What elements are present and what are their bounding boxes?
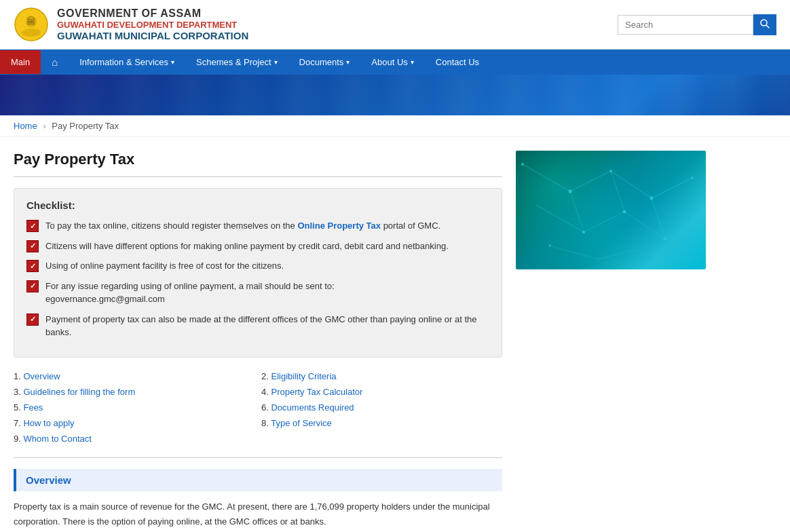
link-item-guidelines: 3. Guidelines for filling the form (14, 387, 255, 397)
nav-item-contact[interactable]: Contact Us (425, 50, 490, 74)
network-overlay (516, 151, 706, 269)
svg-text:🏛: 🏛 (26, 16, 36, 26)
header-text: GOVERNMENT OF ASSAM GUWAHATI DEVELOPMENT… (57, 7, 248, 41)
svg-point-2 (22, 28, 41, 37)
how-to-apply-link[interactable]: How to apply (23, 418, 74, 428)
type-of-service-link[interactable]: Type of Service (271, 418, 332, 428)
breadcrumb-current: Pay Property Tax (52, 121, 119, 131)
checkbox-checked-icon (26, 314, 39, 326)
links-divider (14, 457, 502, 458)
caret-icon: ▾ (171, 58, 174, 66)
overview-link[interactable]: Overview (23, 371, 60, 381)
checklist-item-text: Citizens will have different options for… (45, 240, 449, 253)
checklist-item-text: To pay the tax online, citizens should r… (45, 219, 440, 233)
links-grid: 1. Overview 2. Eligibility Criteria 3. G… (14, 371, 502, 444)
guidelines-link[interactable]: Guidelines for filling the form (23, 387, 135, 397)
caret-icon: ▾ (346, 58, 350, 66)
gov-name: GOVERNMENT OF ASSAM (57, 7, 248, 20)
overview-text: Property tax is a main source of revenue… (14, 499, 502, 529)
nav-item-info-services[interactable]: Information & Services ▾ (69, 50, 185, 74)
links-section: 1. Overview 2. Eligibility Criteria 3. G… (14, 371, 502, 444)
home-icon: ⌂ (52, 56, 58, 68)
search-icon (760, 19, 770, 28)
content-area: Pay Property Tax Checklist: To pay the t… (14, 151, 502, 529)
link-item-calculator: 4. Property Tax Calculator (261, 387, 502, 397)
eligibility-criteria-link[interactable]: Eligibility Criteria (271, 371, 336, 381)
svg-line-5 (767, 25, 770, 28)
link-item-fees: 5. Fees (14, 402, 255, 413)
link-item-how-to-apply: 7. How to apply (14, 418, 255, 428)
sidebar-area (516, 151, 706, 529)
nav-item-main[interactable]: Main (0, 50, 41, 74)
checklist-item: Using of online payment facility is free… (26, 259, 489, 273)
search-bar (618, 14, 776, 35)
property-tax-calculator-link[interactable]: Property Tax Calculator (271, 387, 362, 397)
checklist-item-text: Payment of property tax can also be made… (45, 313, 489, 339)
link-item-eligibility: 2. Eligibility Criteria (261, 371, 502, 381)
checklist-item-text: Using of online payment facility is free… (45, 259, 284, 273)
title-divider (14, 176, 502, 177)
link-item-documents: 6. Documents Required (261, 402, 502, 413)
breadcrumb-separator: › (43, 121, 45, 131)
checklist-title: Checklist: (26, 200, 489, 211)
nav-item-home[interactable]: ⌂ (41, 50, 69, 75)
page-header: 🏛 GOVERNMENT OF ASSAM GUWAHATI DEVELOPME… (0, 0, 790, 50)
emblem-icon: 🏛 (14, 7, 49, 42)
navbar: Main ⌂ Information & Services ▾ Schemes … (0, 50, 790, 75)
sidebar-network-image (516, 151, 706, 269)
checklist-item: For any issue regarding using of online … (26, 280, 489, 306)
svg-point-4 (761, 20, 767, 26)
page-title: Pay Property Tax (14, 151, 502, 168)
checkbox-checked-icon (26, 260, 39, 272)
documents-required-link[interactable]: Documents Required (271, 402, 354, 413)
breadcrumb: Home › Pay Property Tax (0, 115, 790, 137)
corp-name: GUWAHATI MUNICIPAL CORPORATION (57, 30, 248, 41)
checkbox-checked-icon (26, 240, 39, 252)
checklist-item: Citizens will have different options for… (26, 240, 489, 253)
link-item-overview: 1. Overview (14, 371, 255, 381)
whom-to-contact-link[interactable]: Whom to Contact (23, 434, 91, 444)
banner-image (0, 75, 790, 115)
breadcrumb-home[interactable]: Home (14, 121, 37, 131)
overview-section-header: Overview (14, 469, 502, 491)
caret-icon: ▾ (274, 58, 278, 66)
checkbox-checked-icon (26, 220, 39, 232)
checklist-item-text: For any issue regarding using of online … (45, 280, 335, 306)
search-input[interactable] (618, 15, 753, 35)
link-item-type-of-service: 8. Type of Service (261, 418, 502, 428)
header-logo-area: 🏛 GOVERNMENT OF ASSAM GUWAHATI DEVELOPME… (14, 7, 248, 42)
checkbox-checked-icon (26, 280, 39, 292)
caret-icon: ▾ (411, 58, 414, 66)
dept-name: GUWAHATI DEVELOPMENT DEPARTMENT (57, 20, 248, 30)
nav-item-documents[interactable]: Documents ▾ (288, 50, 361, 74)
nav-item-about[interactable]: About Us ▾ (360, 50, 424, 74)
link-item-whom-to-contact: 9. Whom to Contact (14, 434, 255, 444)
checklist-box: Checklist: To pay the tax online, citize… (14, 188, 502, 358)
search-button[interactable] (753, 14, 776, 35)
checklist-item: To pay the tax online, citizens should r… (26, 219, 489, 233)
online-property-tax-link[interactable]: Online Property Tax (297, 221, 381, 231)
checklist-item: Payment of property tax can also be made… (26, 313, 489, 339)
nav-item-schemes[interactable]: Schemes & Project ▾ (185, 50, 288, 74)
main-container: Pay Property Tax Checklist: To pay the t… (0, 137, 790, 532)
fees-link[interactable]: Fees (23, 402, 43, 413)
